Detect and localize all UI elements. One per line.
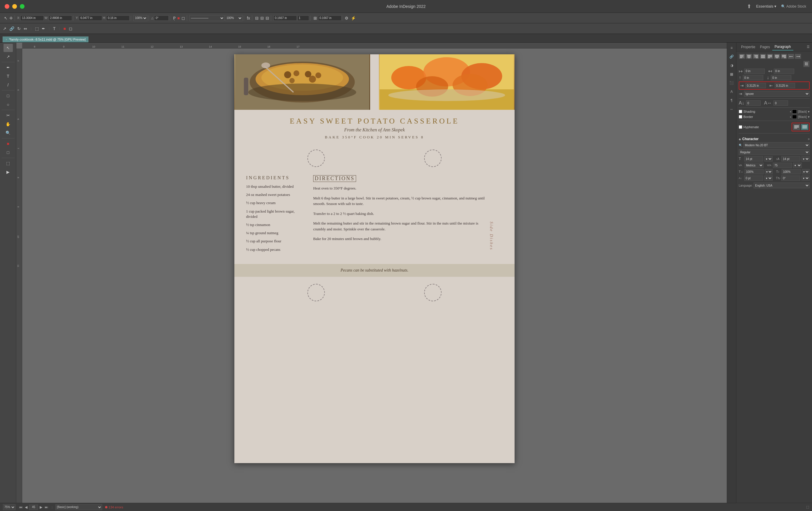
first-indent-input[interactable] [746, 83, 766, 88]
preview-mode[interactable]: ▶ [3, 168, 13, 176]
stroke-style-select[interactable]: —————— [190, 15, 225, 21]
h-input[interactable] [106, 16, 129, 21]
settings-icon[interactable]: ⚙ [344, 15, 349, 21]
link-text-icon[interactable]: ⛓ [803, 61, 810, 67]
ellipse-tool[interactable]: ○ [3, 101, 13, 109]
space-after-input[interactable] [771, 75, 791, 80]
spacing-input[interactable] [273, 16, 297, 21]
align-center-btn[interactable] [746, 54, 752, 59]
type-tool-icon[interactable]: T [53, 26, 56, 31]
kerning-select[interactable]: Metrics [745, 163, 763, 168]
drop-cap-lines-input[interactable] [746, 101, 761, 106]
panel-icon-properties[interactable]: ≡ [728, 44, 736, 52]
x-input[interactable] [21, 16, 44, 21]
indent-left-input[interactable] [744, 68, 765, 74]
directions-heading[interactable]: DIRECTIONS [313, 175, 356, 182]
scissors-tool[interactable]: ✂ [3, 111, 13, 119]
last-indent-input[interactable] [775, 83, 795, 88]
close-button[interactable] [5, 4, 9, 9]
scale-v-input[interactable] [782, 169, 801, 174]
align-right-btn[interactable] [753, 54, 759, 59]
border-swatch[interactable] [792, 115, 797, 119]
align-left-btn[interactable] [739, 54, 745, 59]
maximize-button[interactable] [20, 4, 25, 9]
hand-tool[interactable]: ✋ [3, 120, 13, 128]
link-icon[interactable]: 🔗 [9, 26, 15, 31]
essentials-label[interactable]: Essentials ▾ [756, 4, 776, 8]
stroke-color-icon[interactable]: ◻ [68, 26, 73, 31]
pen-icon[interactable]: ✒ [41, 26, 46, 31]
leading-select[interactable]: ▾ [802, 156, 810, 162]
shading-swatch[interactable] [792, 110, 797, 114]
align-justify-last-right-btn[interactable] [781, 54, 787, 59]
font-style-select[interactable]: Regular [739, 149, 810, 155]
adobe-stock-search[interactable]: 🔍 Adobe Stock [781, 4, 806, 8]
grid-input[interactable] [318, 16, 342, 21]
hyphenate-btn-2[interactable] [801, 124, 809, 130]
arrow-icon[interactable]: ↗ [2, 26, 7, 31]
font-size-input[interactable] [744, 156, 763, 162]
shading-dropdown-arrow[interactable]: ▾ [808, 110, 810, 114]
normal-mode[interactable]: ⬚ [3, 159, 13, 167]
upload-icon[interactable]: ⬆ [747, 3, 751, 10]
pen-tool[interactable]: ✒ [3, 63, 13, 72]
rotate-icon[interactable]: ↻ [17, 26, 21, 31]
hyphenate-checkbox[interactable] [739, 125, 742, 129]
indent-right-input[interactable] [774, 68, 794, 74]
spacing-input2[interactable] [297, 16, 309, 21]
stroke-color[interactable]: □ [3, 148, 13, 157]
zoom-level-select[interactable]: 75% [3, 504, 16, 510]
page-number-input[interactable] [29, 505, 38, 510]
align-justify-btn[interactable] [760, 54, 766, 59]
tab-propertie[interactable]: Propertie [739, 44, 758, 50]
canvas-area[interactable]: 8 9 10 11 12 13 14 15 16 17 4 5 6 7 8 9 … [16, 42, 727, 503]
effects-icon[interactable]: fx [246, 15, 251, 21]
direct-select-tool[interactable]: ↗ [3, 53, 13, 61]
align-justify-last-center-btn[interactable] [774, 54, 780, 59]
grid-icon[interactable]: ⊞ [313, 15, 318, 21]
font-family-select[interactable]: Modern No.20 BT [744, 142, 810, 148]
line-tool[interactable]: / [3, 81, 13, 89]
panel-icon-color[interactable]: ◑ [728, 61, 736, 69]
errors-display[interactable]: 134 errors [105, 506, 123, 509]
stroke-icon[interactable]: ◻ [181, 15, 185, 21]
y-input[interactable] [79, 16, 102, 21]
first-page-btn[interactable]: ⏮ [19, 505, 23, 509]
leading-input[interactable] [781, 156, 800, 162]
zoom-select[interactable]: 100% [134, 15, 147, 21]
panel-icon-paragraph[interactable]: ¶ [728, 96, 736, 105]
border-checkbox[interactable] [739, 115, 742, 118]
tab-close-icon[interactable]: × [5, 38, 7, 41]
align-away-spine-btn[interactable]: ⟶ [795, 54, 801, 59]
prev-page-btn[interactable]: ◀ [24, 505, 28, 509]
drop-cap-chars-input[interactable] [774, 101, 788, 106]
w-input[interactable] [49, 16, 72, 21]
select-tool-icon[interactable]: ↖ [3, 15, 8, 21]
fill-icon[interactable]: ■ [177, 15, 180, 21]
color-icon[interactable]: ■ [63, 26, 66, 31]
align-left-icon[interactable]: ⊟ [255, 15, 259, 21]
panel-icon-char[interactable]: A [728, 88, 736, 96]
next-page-btn[interactable]: ▶ [39, 505, 43, 509]
text-tool[interactable]: T [3, 72, 13, 80]
transform-icon[interactable]: P̣ [173, 15, 176, 21]
shading-checkbox[interactable] [739, 110, 742, 113]
align-towards-spine-btn[interactable]: ⟵ [788, 54, 794, 59]
scale-v-select[interactable]: ▾ [802, 169, 810, 174]
minimize-button[interactable] [12, 4, 17, 9]
lightning-icon[interactable]: ⚡ [350, 15, 356, 21]
character-menu-icon[interactable]: ≡ [808, 138, 810, 141]
angle-input[interactable] [154, 16, 169, 21]
panel-icon-transform[interactable]: ↔ [728, 105, 736, 113]
scale-h-select[interactable]: ▾ [765, 169, 773, 174]
language-select[interactable]: English: USA [754, 182, 810, 188]
zoom-tool[interactable]: 🔍 [3, 129, 13, 137]
last-page-btn[interactable]: ⏭ [44, 505, 49, 509]
space-before-input[interactable] [743, 75, 763, 80]
panel-icon-links[interactable]: 🔗 [728, 53, 736, 61]
flip-h-icon[interactable]: ⇔ [23, 26, 28, 31]
panel-icon-gradient[interactable]: ▦ [728, 70, 736, 78]
canvas-content[interactable]: EASY SWEET POTATO CASSEROLE From the Kit… [22, 49, 727, 503]
rotation-select[interactable]: ▾ [802, 175, 810, 181]
page-style-select[interactable]: [Basic] (working) [55, 504, 102, 510]
